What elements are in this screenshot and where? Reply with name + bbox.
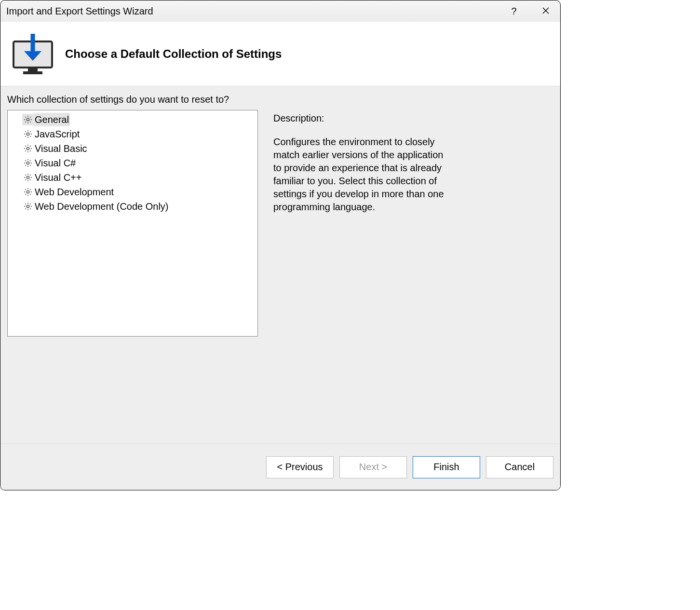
list-item-label: Web Development <box>34 185 115 199</box>
gear-icon <box>22 128 34 140</box>
list-item[interactable]: Visual C++ <box>8 170 257 185</box>
window-title: Import and Export Settings Wizard <box>6 6 505 17</box>
svg-rect-4 <box>23 71 42 74</box>
previous-button[interactable]: < Previous <box>266 456 334 478</box>
wizard-window: Import and Export Settings Wizard ? Choo… <box>0 0 561 490</box>
list-item[interactable]: Web Development <box>8 185 257 199</box>
content-area: Which collection of settings do you want… <box>0 86 560 444</box>
help-button[interactable]: ? <box>505 6 523 17</box>
list-item-label: Visual Basic <box>34 142 88 155</box>
gear-icon <box>22 114 34 125</box>
finish-button[interactable]: Finish <box>413 456 480 478</box>
footer: < Previous Next > Finish Cancel <box>0 444 560 490</box>
list-item[interactable]: Visual Basic <box>8 141 257 156</box>
header-band: Choose a Default Collection of Settings <box>0 22 560 86</box>
svg-point-13 <box>27 205 29 207</box>
gear-icon <box>22 143 34 154</box>
import-monitor-icon <box>6 31 59 77</box>
list-item-label: General <box>34 113 70 126</box>
list-item-label: JavaScript <box>34 127 81 141</box>
next-button[interactable]: Next > <box>339 456 407 478</box>
svg-point-12 <box>27 190 29 193</box>
list-item-label: Visual C++ <box>34 171 82 184</box>
list-item-label: Visual C# <box>34 156 77 170</box>
page-heading: Choose a Default Collection of Settings <box>65 47 282 61</box>
svg-point-9 <box>27 147 29 149</box>
collections-listbox[interactable]: GeneralJavaScriptVisual BasicVisual C#Vi… <box>7 110 258 337</box>
list-item[interactable]: Visual C# <box>8 156 257 170</box>
list-item-label: Web Development (Code Only) <box>34 200 170 213</box>
titlebar: Import and Export Settings Wizard ? <box>0 0 560 22</box>
svg-point-7 <box>27 118 29 121</box>
prompt-label: Which collection of settings do you want… <box>7 94 553 105</box>
gear-icon <box>22 172 34 183</box>
svg-point-11 <box>27 176 29 178</box>
list-item[interactable]: Web Development (Code Only) <box>8 199 257 214</box>
gear-icon <box>22 201 34 212</box>
close-icon <box>542 7 550 14</box>
svg-rect-3 <box>28 68 38 71</box>
cancel-button[interactable]: Cancel <box>486 456 553 478</box>
svg-point-10 <box>27 162 29 164</box>
gear-icon <box>22 186 34 198</box>
description-text: Configures the environment to closely ma… <box>273 136 447 214</box>
close-button[interactable] <box>537 6 554 17</box>
list-item[interactable]: General <box>8 112 257 127</box>
svg-point-8 <box>27 133 29 135</box>
description-panel: Description: Configures the environment … <box>273 110 553 444</box>
description-label: Description: <box>273 113 553 124</box>
columns: GeneralJavaScriptVisual BasicVisual C#Vi… <box>7 110 553 444</box>
list-item[interactable]: JavaScript <box>8 127 257 141</box>
gear-icon <box>22 157 34 169</box>
